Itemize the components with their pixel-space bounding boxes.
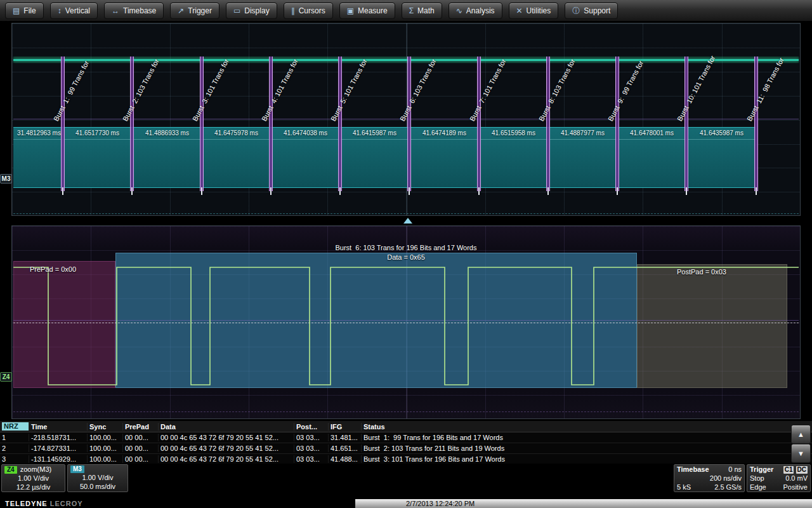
row-ifg: 41.651... (329, 444, 362, 452)
arrow-down-icon: ▼ (797, 450, 804, 457)
burst-annotation: Burst 11: 98 Trans for (745, 57, 785, 123)
z4-vdiv: 1.00 V/div (18, 474, 49, 483)
postpad-label: PostPad = 0x03 (677, 268, 726, 276)
col-header-prepad: PrePad (123, 423, 159, 431)
zoom-data-label: Data = 0x65 (12, 253, 800, 261)
table-scroll-up-button[interactable]: ▲ (791, 425, 811, 444)
col-header-data: Data (159, 423, 294, 431)
footer-bar: TELEDYNE LECROY 2/7/2013 12:24:20 PM (0, 499, 812, 508)
ifg-time-value: 41.6435987 ms (700, 130, 743, 137)
col-header-time: Time (29, 423, 88, 431)
menu-measure[interactable]: ▣Measure (339, 3, 395, 19)
menu-label: Cursors (299, 6, 325, 15)
menu-timebase[interactable]: ↔Timebase (104, 3, 164, 19)
burst-spike (269, 57, 273, 191)
vertical-icon: ↕ (58, 7, 62, 15)
menu-label: Timebase (123, 6, 156, 15)
menu-label: File (23, 6, 36, 15)
timebase-descriptor-box[interactable]: Timebase0 ns 200 ns/div 5 kS2.5 GS/s (674, 464, 745, 492)
row-prepad: 00 00... (123, 434, 159, 441)
menu-display[interactable]: ▭Display (226, 3, 277, 19)
ifg-time-value: 41.4886933 ms (145, 130, 189, 137)
row-index: 1 (0, 434, 29, 441)
ifg-time-value: 41.6474189 ms (422, 130, 466, 137)
row-status: Burst 1: 99 Trans for 196 Bits and 17 Wo… (362, 434, 812, 441)
burst-spike (407, 57, 411, 191)
display-icon: ▭ (233, 7, 240, 15)
menu-label: Vertical (65, 6, 90, 15)
menu-label: Utilities (527, 6, 551, 15)
menu-analysis[interactable]: ∿Analysis (449, 3, 502, 19)
row-data: 00 00 4c 65 43 72 6f 79 20 55 41 52... (159, 444, 294, 452)
row-post: 03 03... (294, 434, 329, 441)
ifg-time-value: 41.6415987 ms (353, 130, 396, 137)
row-sync: 100.00... (88, 444, 123, 452)
col-header-post: Post... (294, 423, 329, 431)
support-icon: ⓘ (572, 7, 580, 15)
z4-trace-tag[interactable]: Z4 (0, 372, 12, 382)
menu-label: Math (417, 6, 435, 15)
burst-annotation: Burst 3: 101 Trans for (191, 58, 230, 123)
col-header-ifg: IFG (329, 423, 362, 431)
menu-label: Analysis (466, 6, 495, 15)
menu-cursors[interactable]: ∥Cursors (284, 3, 333, 19)
burst-annotation: Burst 7: 101 Trans for (468, 58, 508, 123)
z4-badge: Z4 (4, 466, 17, 474)
oscilloscope-screen: ▤File ↕Vertical ↔Timebase ↗Trigger ▭Disp… (0, 0, 812, 508)
burst-annotation: Burst 4: 101 Trans for (260, 58, 299, 123)
ifg-time-value: 41.6478001 ms (630, 130, 674, 137)
trigger-title: Trigger (750, 465, 773, 474)
trigger-descriptor-box[interactable]: TriggerC1 DC Stop0.0 mV EdgePositive (747, 464, 811, 492)
row-time: -218.518731... (29, 434, 88, 441)
menu-support[interactable]: ⓘSupport (565, 3, 618, 19)
brand-teledyne: TELEDYNE (5, 500, 48, 507)
brand-lecroy: LECROY (50, 500, 83, 507)
menu-utilities[interactable]: ✕Utilities (509, 3, 559, 19)
table-row[interactable]: 1 -218.518731... 100.00... 00 00... 00 0… (0, 432, 812, 443)
row-sync: 100.00... (88, 434, 123, 441)
zoom-burst-title: Burst 6: 103 Trans for 196 Bits and 17 W… (12, 244, 800, 251)
trigger-slope: Positive (783, 483, 808, 491)
menu-math[interactable]: ΣMath (402, 3, 442, 19)
datetime-text: 2/7/2013 12:24:20 PM (406, 500, 475, 507)
timebase-rate: 2.5 GS/s (714, 483, 742, 491)
ifg-time-value: 31.4812963 ms (17, 130, 61, 137)
trigger-level: 0.0 mV (785, 474, 808, 483)
burst-spike (61, 57, 65, 191)
cursors-icon: ∥ (291, 7, 295, 15)
datetime-bar: 2/7/2013 12:24:20 PM (355, 499, 812, 508)
table-row[interactable]: 2 -174.827331... 100.00... 00 00... 00 0… (0, 443, 812, 454)
decode-result-table: NRZ Time Sync PrePad Data Post... IFG St… (0, 421, 812, 463)
table-scroll-down-button[interactable]: ▼ (791, 444, 811, 463)
z4-descriptor-box[interactable]: Z4zoom(M3) 1.00 V/div 12.2 µs/div (1, 464, 65, 492)
row-data: 00 00 4c 65 43 72 6f 79 20 55 41 52... (159, 455, 294, 463)
m3-descriptor-box[interactable]: M3 1.00 V/div 50.0 ms/div (67, 464, 128, 492)
row-data: 00 00 4c 65 43 72 6f 79 20 55 41 52... (159, 434, 294, 441)
zoom-waveform-grid[interactable]: Burst 6: 103 Trans for 196 Bits and 17 W… (11, 225, 801, 419)
trigger-position-marker[interactable] (403, 218, 412, 224)
col-header-sync: Sync (88, 423, 123, 431)
ifg-time-value: 41.6474038 ms (284, 130, 327, 137)
menu-bar: ▤File ↕Vertical ↔Timebase ↗Trigger ▭Disp… (0, 0, 812, 22)
row-time: -174.827331... (29, 444, 88, 452)
measure-icon: ▣ (347, 7, 354, 15)
ifg-time-value: 41.6517730 ms (75, 130, 119, 137)
menu-file[interactable]: ▤File (5, 3, 44, 19)
timebase-tdiv: 200 ns/div (710, 474, 742, 483)
m3-trace-tag[interactable]: M3 (0, 174, 12, 184)
prepad-label: PrePad = 0x00 (30, 265, 76, 273)
nrz-decoder-badge: NRZ (2, 422, 29, 431)
timebase-icon: ↔ (112, 7, 119, 15)
main-waveform-grid[interactable]: 31.4812963 ms 41.6517730 ms 41.4886933 m… (11, 23, 801, 216)
row-status: Burst 3: 101 Trans for 196 Bits and 17 W… (362, 455, 812, 463)
menu-trigger[interactable]: ↗Trigger (170, 3, 219, 19)
burst-annotation: Burst 9: 99 Trans for (606, 60, 645, 123)
lower-reference-dash (13, 213, 799, 214)
menu-label: Trigger (188, 6, 212, 15)
ifg-time-value: 41.6515958 ms (492, 130, 535, 137)
burst-annotation: Burst 5: 101 Trans for (329, 58, 369, 123)
menu-vertical[interactable]: ↕Vertical (50, 3, 98, 19)
m3-vdiv: 1.00 V/div (82, 474, 114, 482)
row-index: 3 (0, 455, 29, 463)
row-post: 03 03... (294, 455, 329, 463)
